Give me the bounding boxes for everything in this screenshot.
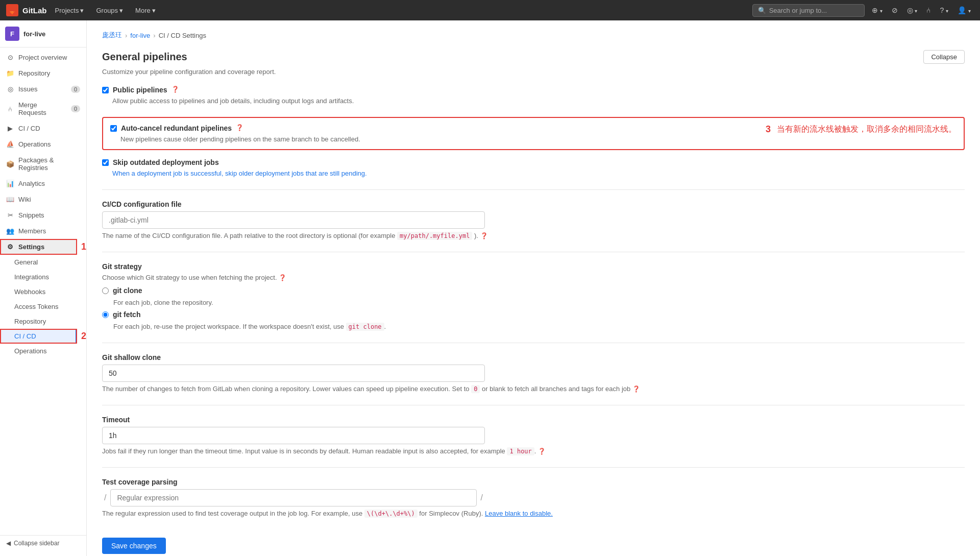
cicd-config-help-icon[interactable]: ❓ — [480, 232, 488, 239]
skip-outdated-group: Skip outdated deployment jobs When a dep… — [102, 158, 965, 177]
git-fetch-desc: For each job, re-use the project workspa… — [113, 323, 965, 330]
wiki-icon: 📖 — [6, 196, 14, 203]
save-changes-btn[interactable]: Save changes — [102, 538, 166, 554]
coverage-code: \(\d+\.\d+%\) — [364, 510, 418, 518]
auto-cancel-help: New pipelines cause older pending pipeli… — [120, 135, 762, 143]
sidebar-item-snippets[interactable]: ✂ Snippets — [0, 207, 86, 223]
timeout-label: Timeout — [102, 416, 965, 424]
breadcrumb-root[interactable]: 庞丞玨 — [102, 31, 122, 40]
git-strategy-radios: git clone For each job, clone the reposi… — [102, 286, 965, 330]
sidebar-sub-cicd[interactable]: CI / CD — [0, 329, 77, 344]
git-clone-option: git clone — [102, 286, 965, 295]
timeout-input[interactable] — [102, 427, 485, 444]
sidebar-label-wiki: Wiki — [18, 196, 31, 203]
git-fetch-radio[interactable] — [102, 311, 109, 318]
sidebar: F for-live ⊙ Project overview 📁 Reposito… — [0, 20, 87, 556]
gitlab-text: GitLab — [22, 6, 47, 15]
nav-plus-btn[interactable]: ⊕ ▾ — [869, 4, 886, 16]
collapse-chevron-icon: ◀ — [6, 540, 11, 547]
sidebar-item-operations[interactable]: ⛵ Operations — [0, 136, 86, 152]
project-overview-icon: ⊙ — [6, 54, 14, 61]
sidebar-item-cicd[interactable]: ▶ CI / CD — [0, 120, 86, 136]
coverage-input[interactable] — [110, 489, 476, 506]
coverage-label: Test coverage parsing — [102, 478, 965, 486]
shallow-clone-input[interactable] — [102, 365, 485, 382]
skip-outdated-label[interactable]: Skip outdated deployment jobs — [113, 158, 219, 166]
projects-menu[interactable]: Projects ▾ — [51, 5, 88, 16]
git-strategy-help-icon[interactable]: ❓ — [279, 274, 286, 281]
cicd-config-input[interactable] — [102, 211, 485, 229]
merge-requests-badge: 0 — [71, 105, 80, 112]
timeout-help-icon[interactable]: ❓ — [538, 448, 546, 455]
auto-cancel-label[interactable]: Auto-cancel redundant pipelines — [121, 124, 232, 132]
skip-outdated-checkbox[interactable] — [102, 159, 109, 166]
breadcrumb-project[interactable]: for-live — [130, 32, 150, 39]
sidebar-label-operations: Operations — [18, 140, 51, 148]
git-fetch-code: git clone — [346, 323, 384, 331]
sidebar-item-project-overview[interactable]: ⊙ Project overview — [0, 50, 86, 65]
auto-cancel-box: Auto-cancel redundant pipelines ❓ New pi… — [102, 117, 965, 150]
project-name: for-live — [23, 30, 45, 38]
nav-mr-btn[interactable]: ⑃ — [923, 4, 934, 16]
sidebar-item-analytics[interactable]: 📊 Analytics — [0, 176, 86, 191]
nav-help-btn[interactable]: ? ▾ — [937, 4, 951, 16]
sidebar-sub-webhooks[interactable]: Webhooks — [0, 284, 86, 299]
collapse-section-btn[interactable]: Collapse — [923, 50, 965, 64]
nav-user-btn[interactable]: 👤 ▾ — [954, 4, 974, 16]
sidebar-item-members[interactable]: 👥 Members — [0, 223, 86, 239]
issues-icon: ◎ — [6, 85, 14, 93]
sidebar-sub-general[interactable]: General — [0, 255, 86, 270]
coverage-link[interactable]: Leave blank to disable. — [485, 510, 553, 517]
breadcrumb: 庞丞玨 › for-live › CI / CD Settings — [102, 31, 965, 40]
section-header: General pipelines Collapse — [102, 50, 965, 64]
auto-cancel-checkbox[interactable] — [110, 125, 117, 132]
repository-icon: 📁 — [6, 69, 14, 77]
groups-menu[interactable]: Groups ▾ — [92, 5, 127, 16]
git-strategy-desc: Choose which Git strategy to use when fe… — [102, 274, 965, 281]
public-pipelines-checkbox[interactable] — [102, 87, 109, 93]
annotation-3-row: 3 当有新的流水线被触发，取消多余的相同流水线。 — [762, 124, 957, 135]
more-menu[interactable]: More ▾ — [131, 5, 160, 16]
collapse-sidebar-btn[interactable]: ◀ Collapse sidebar — [0, 535, 86, 551]
sidebar-item-wiki[interactable]: 📖 Wiki — [0, 191, 86, 207]
annotation-2: 2 — [81, 331, 86, 342]
sidebar-item-settings[interactable]: ⚙ Settings — [0, 239, 77, 255]
sidebar-label-members: Members — [18, 227, 46, 235]
git-fetch-option: git fetch — [102, 310, 965, 319]
sidebar-item-issues[interactable]: ◎ Issues 0 — [0, 81, 86, 97]
sidebar-item-repository[interactable]: 📁 Repository — [0, 65, 86, 81]
settings-icon: ⚙ — [6, 243, 14, 251]
public-pipelines-help-icon[interactable]: ❓ — [172, 86, 179, 93]
sidebar-sub-integrations[interactable]: Integrations — [0, 270, 86, 284]
project-avatar: F — [5, 27, 19, 41]
issues-badge: 0 — [71, 86, 80, 93]
shallow-clone-note: The number of changes to fetch from GitL… — [102, 385, 965, 393]
nav-issues-btn[interactable]: ◎ ▾ — [904, 4, 921, 16]
search-placeholder: Search or jump to... — [769, 7, 827, 14]
git-clone-radio[interactable] — [102, 287, 109, 294]
sidebar-sub-repository[interactable]: Repository — [0, 314, 86, 329]
section-subtitle: Customize your pipeline configuration an… — [102, 68, 965, 76]
sidebar-item-merge-requests[interactable]: ⑃ Merge Requests 0 — [0, 97, 86, 120]
git-strategy-label: Git strategy — [102, 262, 965, 271]
sidebar-nav: ⊙ Project overview 📁 Repository ◎ Issues… — [0, 47, 86, 360]
packages-icon: 📦 — [6, 160, 14, 168]
git-clone-desc: For each job, clone the repository. — [113, 299, 965, 306]
sidebar-sub-operations[interactable]: Operations — [0, 344, 86, 358]
sidebar-item-packages[interactable]: 📦 Packages & Registries — [0, 152, 86, 176]
public-pipelines-group: Public pipelines ❓ Allow public access t… — [102, 86, 965, 105]
git-clone-label[interactable]: git clone — [113, 286, 142, 295]
shallow-clone-group: Git shallow clone The number of changes … — [102, 353, 965, 393]
public-pipelines-label[interactable]: Public pipelines — [113, 86, 167, 94]
breadcrumb-current: CI / CD Settings — [159, 32, 206, 39]
sidebar-sub-access-tokens[interactable]: Access Tokens — [0, 299, 86, 314]
auto-cancel-help-icon[interactable]: ❓ — [236, 124, 243, 131]
nav-commits-btn[interactable]: ⊘ — [889, 4, 901, 16]
search-box[interactable]: 🔍 Search or jump to... — [752, 4, 865, 17]
shallow-clone-help-icon[interactable]: ❓ — [632, 385, 640, 393]
snippets-icon: ✂ — [6, 211, 14, 219]
git-fetch-label[interactable]: git fetch — [113, 310, 140, 319]
timeout-code: 1 hour — [507, 447, 534, 455]
skip-outdated-help: When a deployment job is successful, ski… — [112, 170, 965, 177]
merge-requests-icon: ⑃ — [6, 105, 14, 113]
